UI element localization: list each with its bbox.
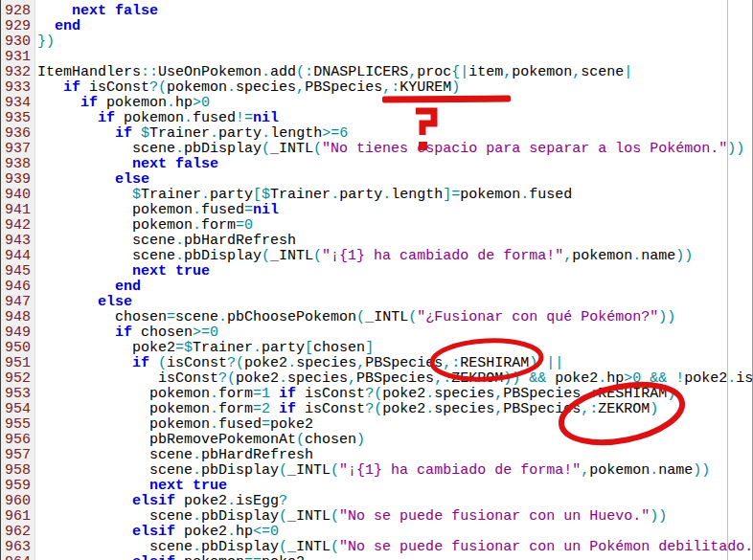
code-line[interactable]: 953 pokemon.form=1 if isConst?(poke2.spe… (0, 387, 753, 402)
code-text: if chosen>=0 (37, 325, 218, 341)
code-text: end (37, 19, 80, 34)
code-line[interactable]: 960 elsif poke2.isEgg? (0, 494, 753, 509)
code-text: scene.pbHardRefresh (37, 448, 313, 463)
line-number: 937 (5, 142, 31, 157)
code-text: end (37, 280, 141, 295)
line-number: 958 (5, 463, 31, 479)
line-number: 928 (5, 4, 31, 19)
code-text: elsif poke2.hp<=0 (37, 525, 279, 540)
code-text: chosen=scene.pbChoosePokemon(_INTL("¿Fus… (37, 310, 675, 325)
code-text: pokemon.form=1 if isConst?(poke2.species… (37, 387, 675, 402)
line-number: 963 (5, 540, 31, 555)
code-text: next false (37, 4, 158, 19)
code-line[interactable]: 964 elsif pokemon==poke2 (0, 555, 753, 560)
code-text: next true (37, 479, 227, 494)
code-line[interactable]: 949 if chosen>=0 (0, 325, 753, 341)
code-line[interactable]: 929 end (0, 19, 753, 34)
line-number: 935 (5, 111, 31, 126)
code-line[interactable]: 962 elsif poke2.hp<=0 (0, 525, 753, 540)
line-number: 936 (5, 126, 31, 142)
code-text: if isConst?(pokemon.species,PBSpecies,:K… (37, 80, 460, 96)
line-number: 944 (5, 249, 31, 264)
code-text: $Trainer.party[$Trainer.party.length]=po… (37, 188, 572, 203)
code-text: scene.pbDisplay(_INTL("¡{1} ha cambiado … (37, 249, 693, 264)
code-text: pokemon.form=2 if isConst?(poke2.species… (37, 402, 658, 417)
line-number: 952 (5, 371, 31, 387)
code-line[interactable]: 934 if pokemon.hp>0 (0, 96, 753, 111)
code-line[interactable]: 957 scene.pbHardRefresh (0, 448, 753, 463)
code-text: pokemon.fused=poke2 (37, 417, 313, 433)
code-line[interactable]: 932ItemHandlers::UseOnPokemon.add(:DNASP… (0, 65, 753, 80)
code-line[interactable]: 946 end (0, 280, 753, 295)
code-line[interactable]: 944 scene.pbDisplay(_INTL("¡{1} ha cambi… (0, 249, 753, 264)
code-text: ItemHandlers::UseOnPokemon.add(:DNASPLIC… (37, 65, 632, 80)
code-text: scene.pbDisplay(_INTL("No se puede fusio… (37, 540, 753, 555)
code-line[interactable]: 931 (0, 50, 753, 65)
code-line[interactable]: 959 next true (0, 479, 753, 494)
code-text: if pokemon.fused!=nil (37, 111, 279, 126)
line-number: 929 (5, 19, 31, 34)
line-number: 964 (5, 555, 31, 560)
line-number: 945 (5, 264, 31, 280)
code-text: pbRemovePokemonAt(chosen) (37, 433, 365, 448)
code-line[interactable]: 936 if $Trainer.party.length>=6 (0, 126, 753, 142)
code-line[interactable]: 951 if (isConst?(poke2.species,PBSpecies… (0, 356, 753, 371)
code-text: next true (37, 264, 210, 280)
line-number: 961 (5, 509, 31, 525)
window-left-border (0, 0, 1, 560)
code-line[interactable]: 928 next false (0, 4, 753, 19)
code-text: scene.pbDisplay(_INTL("No se puede fusio… (37, 509, 667, 525)
code-line[interactable]: 952 isConst?(poke2.species,PBSpecies,:ZE… (0, 371, 753, 387)
code-line[interactable]: 958 scene.pbDisplay(_INTL("¡{1} ha cambi… (0, 463, 753, 479)
code-text: }) (37, 34, 55, 50)
code-line[interactable]: 955 pokemon.fused=poke2 (0, 417, 753, 433)
code-line[interactable]: 941 pokemon.fused=nil (0, 203, 753, 218)
code-line[interactable]: 938 next false (0, 157, 753, 172)
code-line[interactable]: 948 chosen=scene.pbChoosePokemon(_INTL("… (0, 310, 753, 325)
line-number: 946 (5, 280, 31, 295)
code-line[interactable]: 945 next true (0, 264, 753, 280)
code-line[interactable]: 961 scene.pbDisplay(_INTL("No se puede f… (0, 509, 753, 525)
script-editor-window: { "editor": { "colors": { "keyword": "#0… (0, 0, 753, 560)
code-area[interactable]: 928 next false929 end930})931932ItemHand… (0, 4, 753, 560)
line-number: 950 (5, 341, 31, 356)
code-line[interactable]: 954 pokemon.form=2 if isConst?(poke2.spe… (0, 402, 753, 417)
line-number: 953 (5, 387, 31, 402)
line-number: 957 (5, 448, 31, 463)
line-number: 939 (5, 172, 31, 188)
code-text: pokemon.form=0 (37, 218, 253, 234)
code-text: scene.pbDisplay(_INTL("No tienes espacio… (37, 142, 744, 157)
code-text: else (37, 295, 132, 310)
line-number: 951 (5, 356, 31, 371)
line-number: 959 (5, 479, 31, 494)
line-number: 956 (5, 433, 31, 448)
code-text: pokemon.fused=nil (37, 203, 279, 218)
code-line[interactable]: 937 scene.pbDisplay(_INTL("No tienes esp… (0, 142, 753, 157)
code-line[interactable]: 935 if pokemon.fused!=nil (0, 111, 753, 126)
code-text: elsif pokemon==poke2 (37, 555, 305, 560)
line-number: 934 (5, 96, 31, 111)
code-line[interactable]: 950 poke2=$Trainer.party[chosen] (0, 341, 753, 356)
code-text: if (isConst?(poke2.species,PBSpecies,:RE… (37, 356, 563, 371)
code-text: else (37, 172, 149, 188)
code-line[interactable]: 963 scene.pbDisplay(_INTL("No se puede f… (0, 540, 753, 555)
line-number: 960 (5, 494, 31, 509)
line-number: 930 (5, 34, 31, 50)
code-line[interactable]: 930}) (0, 34, 753, 50)
line-number: 940 (5, 188, 31, 203)
line-number: 938 (5, 157, 31, 172)
line-number: 949 (5, 325, 31, 341)
line-number: 931 (5, 50, 31, 65)
line-number: 933 (5, 80, 31, 96)
code-line[interactable]: 947 else (0, 295, 753, 310)
code-text: elsif poke2.isEgg? (37, 494, 287, 509)
code-line[interactable]: 942 pokemon.form=0 (0, 218, 753, 234)
code-line[interactable]: 956 pbRemovePokemonAt(chosen) (0, 433, 753, 448)
line-number: 941 (5, 203, 31, 218)
line-number: 948 (5, 310, 31, 325)
code-line[interactable]: 939 else (0, 172, 753, 188)
code-line[interactable]: 933 if isConst?(pokemon.species,PBSpecie… (0, 80, 753, 96)
code-line[interactable]: 943 scene.pbHardRefresh (0, 234, 753, 249)
code-line[interactable]: 940 $Trainer.party[$Trainer.party.length… (0, 188, 753, 203)
code-text: next false (37, 157, 218, 172)
